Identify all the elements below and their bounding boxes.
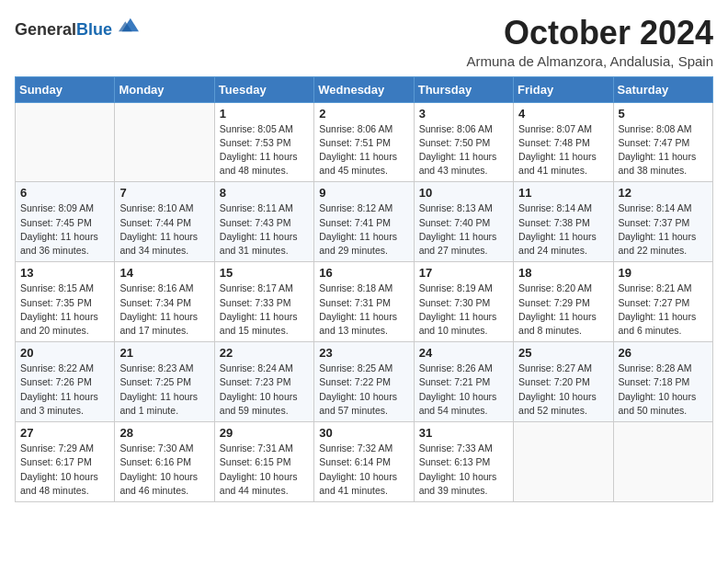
- calendar-table: SundayMondayTuesdayWednesdayThursdayFrid…: [15, 76, 713, 502]
- calendar-header-sunday: Sunday: [16, 76, 115, 102]
- month-title: October 2024: [467, 15, 714, 52]
- day-number: 17: [419, 266, 508, 280]
- calendar-cell: 21Sunrise: 8:23 AM Sunset: 7:25 PM Dayli…: [115, 342, 214, 422]
- day-number: 8: [220, 186, 309, 200]
- calendar-header-wednesday: Wednesday: [314, 76, 414, 102]
- day-info: Sunrise: 7:32 AM Sunset: 6:14 PM Dayligh…: [319, 442, 408, 498]
- logo-general: General: [15, 20, 76, 39]
- day-number: 14: [119, 266, 209, 280]
- calendar-cell: 11Sunrise: 8:14 AM Sunset: 7:38 PM Dayli…: [514, 182, 613, 262]
- location-subtitle: Armuna de Almanzora, Andalusia, Spain: [467, 53, 714, 69]
- calendar-cell: 13Sunrise: 8:15 AM Sunset: 7:35 PM Dayli…: [16, 262, 115, 342]
- day-number: 25: [518, 346, 608, 360]
- calendar-cell: 14Sunrise: 8:16 AM Sunset: 7:34 PM Dayli…: [115, 262, 214, 342]
- calendar-cell: 5Sunrise: 8:08 AM Sunset: 7:47 PM Daylig…: [613, 102, 712, 182]
- day-number: 27: [20, 426, 109, 440]
- day-info: Sunrise: 8:14 AM Sunset: 7:37 PM Dayligh…: [619, 201, 708, 258]
- day-number: 7: [119, 186, 209, 200]
- calendar-cell: 2Sunrise: 8:06 AM Sunset: 7:51 PM Daylig…: [314, 102, 414, 182]
- day-number: 21: [119, 346, 209, 360]
- day-number: 12: [619, 186, 708, 200]
- day-info: Sunrise: 8:26 AM Sunset: 7:21 PM Dayligh…: [419, 362, 508, 418]
- page-header: GeneralBlue October 2024 Armuna de Alman…: [15, 15, 713, 69]
- calendar-cell: [514, 422, 613, 502]
- day-number: 22: [220, 346, 309, 360]
- day-info: Sunrise: 8:19 AM Sunset: 7:30 PM Dayligh…: [419, 282, 508, 338]
- day-number: 31: [419, 426, 508, 440]
- title-block: October 2024 Armuna de Almanzora, Andalu…: [467, 15, 714, 69]
- calendar-week-row: 13Sunrise: 8:15 AM Sunset: 7:35 PM Dayli…: [16, 262, 713, 342]
- day-number: 6: [20, 186, 109, 200]
- calendar-cell: 10Sunrise: 8:13 AM Sunset: 7:40 PM Dayli…: [414, 182, 513, 262]
- calendar-cell: 9Sunrise: 8:12 AM Sunset: 7:41 PM Daylig…: [314, 182, 414, 262]
- day-info: Sunrise: 8:12 AM Sunset: 7:41 PM Dayligh…: [319, 201, 408, 258]
- calendar-cell: 23Sunrise: 8:25 AM Sunset: 7:22 PM Dayli…: [314, 342, 414, 422]
- calendar-cell: 16Sunrise: 8:18 AM Sunset: 7:31 PM Dayli…: [314, 262, 414, 342]
- calendar-cell: 1Sunrise: 8:05 AM Sunset: 7:53 PM Daylig…: [214, 102, 313, 182]
- day-info: Sunrise: 8:18 AM Sunset: 7:31 PM Dayligh…: [319, 282, 408, 338]
- calendar-cell: [613, 422, 712, 502]
- day-number: 18: [518, 266, 608, 280]
- calendar-cell: 19Sunrise: 8:21 AM Sunset: 7:27 PM Dayli…: [613, 262, 712, 342]
- day-number: 30: [319, 426, 408, 440]
- calendar-week-row: 20Sunrise: 8:22 AM Sunset: 7:26 PM Dayli…: [16, 342, 713, 422]
- day-number: 13: [20, 266, 109, 280]
- calendar-cell: 3Sunrise: 8:06 AM Sunset: 7:50 PM Daylig…: [414, 102, 513, 182]
- day-info: Sunrise: 8:15 AM Sunset: 7:35 PM Dayligh…: [20, 282, 109, 338]
- day-info: Sunrise: 8:25 AM Sunset: 7:22 PM Dayligh…: [319, 362, 408, 418]
- day-info: Sunrise: 8:17 AM Sunset: 7:33 PM Dayligh…: [220, 282, 309, 338]
- calendar-cell: 31Sunrise: 7:33 AM Sunset: 6:13 PM Dayli…: [414, 422, 513, 502]
- day-info: Sunrise: 7:31 AM Sunset: 6:15 PM Dayligh…: [220, 442, 309, 498]
- calendar-week-row: 6Sunrise: 8:09 AM Sunset: 7:45 PM Daylig…: [16, 182, 713, 262]
- day-info: Sunrise: 8:09 AM Sunset: 7:45 PM Dayligh…: [20, 201, 109, 258]
- day-number: 26: [619, 346, 708, 360]
- day-number: 24: [419, 346, 508, 360]
- calendar-header-saturday: Saturday: [613, 76, 712, 102]
- day-info: Sunrise: 8:13 AM Sunset: 7:40 PM Dayligh…: [419, 201, 508, 258]
- calendar-week-row: 27Sunrise: 7:29 AM Sunset: 6:17 PM Dayli…: [16, 422, 713, 502]
- day-number: 11: [518, 186, 608, 200]
- calendar-cell: 27Sunrise: 7:29 AM Sunset: 6:17 PM Dayli…: [16, 422, 115, 502]
- calendar-header-tuesday: Tuesday: [214, 76, 313, 102]
- day-info: Sunrise: 7:29 AM Sunset: 6:17 PM Dayligh…: [20, 442, 109, 498]
- logo-icon: [119, 15, 139, 35]
- day-info: Sunrise: 8:21 AM Sunset: 7:27 PM Dayligh…: [619, 282, 708, 338]
- calendar-cell: 8Sunrise: 8:11 AM Sunset: 7:43 PM Daylig…: [214, 182, 313, 262]
- day-info: Sunrise: 8:14 AM Sunset: 7:38 PM Dayligh…: [518, 201, 608, 258]
- calendar-header-thursday: Thursday: [414, 76, 513, 102]
- day-info: Sunrise: 8:06 AM Sunset: 7:51 PM Dayligh…: [319, 122, 408, 178]
- calendar-cell: 22Sunrise: 8:24 AM Sunset: 7:23 PM Dayli…: [214, 342, 313, 422]
- calendar-cell: 28Sunrise: 7:30 AM Sunset: 6:16 PM Dayli…: [115, 422, 214, 502]
- calendar-cell: [115, 102, 214, 182]
- calendar-cell: 7Sunrise: 8:10 AM Sunset: 7:44 PM Daylig…: [115, 182, 214, 262]
- day-number: 1: [220, 107, 309, 121]
- calendar-cell: 26Sunrise: 8:28 AM Sunset: 7:18 PM Dayli…: [613, 342, 712, 422]
- day-info: Sunrise: 8:08 AM Sunset: 7:47 PM Dayligh…: [619, 122, 708, 178]
- calendar-cell: 12Sunrise: 8:14 AM Sunset: 7:37 PM Dayli…: [613, 182, 712, 262]
- calendar-cell: 30Sunrise: 7:32 AM Sunset: 6:14 PM Dayli…: [314, 422, 414, 502]
- calendar-cell: 24Sunrise: 8:26 AM Sunset: 7:21 PM Dayli…: [414, 342, 513, 422]
- day-info: Sunrise: 8:27 AM Sunset: 7:20 PM Dayligh…: [518, 362, 608, 418]
- day-number: 15: [220, 266, 309, 280]
- calendar-cell: 6Sunrise: 8:09 AM Sunset: 7:45 PM Daylig…: [16, 182, 115, 262]
- calendar-header-row: SundayMondayTuesdayWednesdayThursdayFrid…: [16, 76, 713, 102]
- day-number: 29: [220, 426, 309, 440]
- day-number: 9: [319, 186, 408, 200]
- calendar-cell: 15Sunrise: 8:17 AM Sunset: 7:33 PM Dayli…: [214, 262, 313, 342]
- logo-blue: Blue: [76, 20, 112, 39]
- day-info: Sunrise: 8:23 AM Sunset: 7:25 PM Dayligh…: [119, 362, 209, 418]
- day-info: Sunrise: 8:16 AM Sunset: 7:34 PM Dayligh…: [119, 282, 209, 338]
- calendar-header-monday: Monday: [115, 76, 214, 102]
- calendar-cell: 4Sunrise: 8:07 AM Sunset: 7:48 PM Daylig…: [514, 102, 613, 182]
- day-number: 28: [119, 426, 209, 440]
- day-number: 16: [319, 266, 408, 280]
- day-info: Sunrise: 8:24 AM Sunset: 7:23 PM Dayligh…: [220, 362, 309, 418]
- day-info: Sunrise: 7:30 AM Sunset: 6:16 PM Dayligh…: [119, 442, 209, 498]
- day-number: 23: [319, 346, 408, 360]
- day-info: Sunrise: 8:06 AM Sunset: 7:50 PM Dayligh…: [419, 122, 508, 178]
- day-info: Sunrise: 8:05 AM Sunset: 7:53 PM Dayligh…: [220, 122, 309, 178]
- calendar-cell: 25Sunrise: 8:27 AM Sunset: 7:20 PM Dayli…: [514, 342, 613, 422]
- day-info: Sunrise: 8:22 AM Sunset: 7:26 PM Dayligh…: [20, 362, 109, 418]
- day-number: 4: [518, 107, 608, 121]
- calendar-cell: 20Sunrise: 8:22 AM Sunset: 7:26 PM Dayli…: [16, 342, 115, 422]
